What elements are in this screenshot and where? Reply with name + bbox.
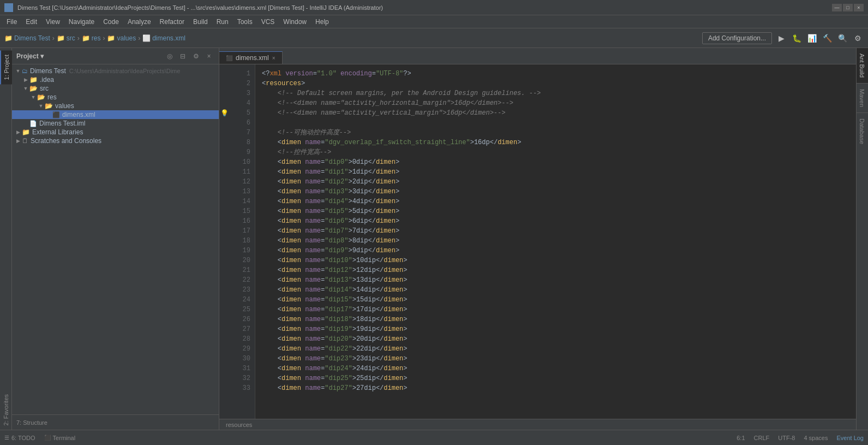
app-icon [4,3,13,12]
code-line-5: <!--<dimen name="activity_vertical_margi… [262,108,849,118]
gutter-line-5[interactable]: 💡 [219,108,229,118]
editor-tabs: ⬛ dimens.xml × [219,48,856,64]
maximize-button[interactable]: □ [843,4,853,11]
code-line-31: <dimen name="dip24">24dip</dimen> [262,364,849,373]
editor-gutter: 💡 [219,64,229,419]
code-line-27: <dimen name="dip19">19dip</dimen> [262,324,849,334]
collapse-all-button[interactable]: ⊟ [177,51,188,62]
main-content: 1: Project 2: Favorites Project ▾ ◎ ⊟ ⚙ … [0,48,868,430]
menu-analyze[interactable]: Analyze [123,17,155,27]
tree-label-src: src [40,85,49,92]
profile-button[interactable]: 📊 [806,32,818,44]
breadcrumb-src[interactable]: 📁 src [57,34,75,42]
code-content[interactable]: <?xml version="1.0" encoding="UTF-8"?> <… [255,64,856,419]
tree-item-root[interactable]: ▼ 🗂 Dimens Test C:\Users\Administrator\I… [12,67,219,75]
tree-label-ext-libs: External Libraries [32,128,83,136]
add-configuration-button[interactable]: Add Configuration... [702,32,772,44]
code-line-33: <dimen name="dip27">27dip</dimen> [262,383,849,393]
menu-file[interactable]: File [2,17,21,27]
line-num-33: 33 [229,383,250,393]
code-line-4: <!--<dimen name="activity_horizontal_mar… [262,98,849,108]
arrow-res: ▼ [29,94,37,100]
tree-item-ext-libs[interactable]: ▶ 📁 External Libraries [12,128,219,137]
tab-close-button[interactable]: × [272,55,276,61]
close-panel-button[interactable]: × [203,51,214,62]
menu-run[interactable]: Run [212,17,233,27]
arrow-src: ▼ [22,86,29,91]
tree-item-values[interactable]: ▼ 📂 values [12,102,219,110]
event-log[interactable]: Event Log [836,435,864,441]
line-num-20: 20 [229,256,250,265]
terminal-tab[interactable]: ⬛ Terminal [44,435,76,441]
ant-build-tab[interactable]: Ant Build [857,48,868,84]
line-num-8: 8 [229,138,250,147]
editor-tab-dimens[interactable]: ⬛ dimens.xml × [219,51,283,64]
search-button[interactable]: 🔍 [836,32,848,44]
line-num-30: 30 [229,354,250,364]
bulb-icon[interactable]: 💡 [220,109,229,117]
minimize-button[interactable]: — [832,4,842,11]
breadcrumb-sep-4: › [138,34,140,42]
menu-tools[interactable]: Tools [233,17,257,27]
settings-button[interactable]: ⚙ [852,32,864,44]
menu-refactor[interactable]: Refactor [155,17,189,27]
menu-view[interactable]: View [41,17,64,27]
run-button[interactable]: ▶ [775,32,787,44]
folder-icon: 📁 [4,34,13,42]
gutter-line-28 [219,334,229,344]
breadcrumb-project[interactable]: 📁 Dimens Test [4,34,50,42]
structure-tab-label[interactable]: 7: Structure [16,419,47,426]
structure-bottom-tab: 7: Structure [12,414,219,430]
breadcrumb-file[interactable]: ⬜ dimens.xml [142,34,185,42]
gutter-line-21 [219,265,229,275]
line-num-2: 2 [229,79,250,88]
project-tab[interactable]: 1: Project [0,50,12,84]
line-num-25: 25 [229,305,250,315]
maven-tab[interactable]: Maven [857,84,868,113]
tree-item-res[interactable]: ▼ 📂 res [12,93,219,102]
locate-file-button[interactable]: ◎ [164,51,175,62]
gutter-line-3 [219,88,229,98]
gutter-line-32 [219,373,229,383]
close-button[interactable]: × [854,4,864,11]
gutter-line-12 [219,177,229,187]
breadcrumb-res[interactable]: 📁 res [82,34,101,42]
menu-code[interactable]: Code [99,17,123,27]
code-line-15: <dimen name="dip5">5dip</dimen> [262,206,849,216]
status-right: 6:1 CRLF UTF-8 4 spaces Event Log [737,435,864,441]
line-num-7: 7 [229,128,250,138]
breadcrumb-values[interactable]: 📁 values [107,34,136,42]
tree-label-dimens-xml: dimens.xml [62,111,95,118]
gutter-line-24 [219,295,229,305]
gutter-line-33 [219,383,229,393]
code-line-24: <dimen name="dip15">15dip</dimen> [262,295,849,305]
debug-button[interactable]: 🐛 [791,32,803,44]
code-line-19: <dimen name="dip9">9dip</dimen> [262,246,849,256]
tree-item-dimens-xml[interactable]: ⬛ dimens.xml [12,110,219,119]
favorites-tab[interactable]: 2: Favorites [1,390,11,430]
menu-help[interactable]: Help [311,17,333,27]
menu-build[interactable]: Build [189,17,212,27]
menu-vcs[interactable]: VCS [257,17,279,27]
folder-ext-icon: 📁 [22,128,30,136]
arrow-idea: ▶ [22,77,29,82]
line-numbers: 1 2 3 4 5 6 7 8 9 10 11 12 13 14 15 16 1… [229,64,255,419]
menu-edit[interactable]: Edit [21,17,41,27]
project-icon: 🗂 [22,68,28,74]
tree-item-idea[interactable]: ▶ 📁 .idea [12,75,219,84]
menu-window[interactable]: Window [279,17,311,27]
tree-item-src[interactable]: ▼ 📂 src [12,84,219,93]
database-tab[interactable]: Database [857,113,868,150]
build-button[interactable]: 🔨 [821,32,833,44]
gutter-line-17 [219,226,229,236]
gutter-line-7 [219,128,229,138]
line-ending: CRLF [754,435,770,441]
settings-panel-button[interactable]: ⚙ [190,51,201,62]
todo-tab[interactable]: ☰ 6: TODO [4,435,35,441]
folder-icon-values: 📁 [107,34,115,42]
tree-item-scratches[interactable]: ▶ 🗒 Scratches and Consoles [12,137,219,145]
menu-navigate[interactable]: Navigate [64,17,99,27]
tree-item-iml[interactable]: 📄 Dimens Test.iml [12,119,219,128]
breadcrumb-bar: resources [219,419,856,430]
menu-bar: File Edit View Navigate Code Analyze Ref… [0,15,868,28]
